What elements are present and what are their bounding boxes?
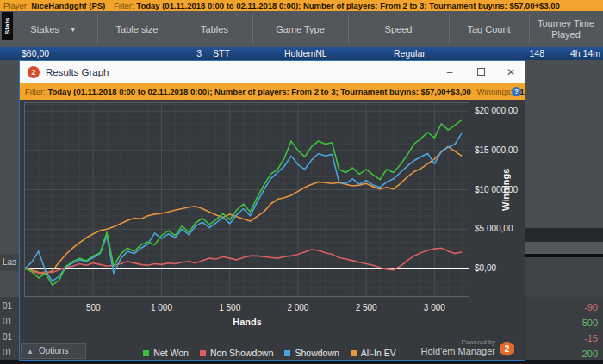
- column-header-tourney-time[interactable]: Tourney Time Played: [530, 11, 602, 47]
- column-header-tables[interactable]: Tables: [177, 11, 252, 47]
- legend-item-non-showdown[interactable]: Non Showdown: [200, 346, 274, 360]
- header-separator: [529, 15, 530, 44]
- x-tick-label: 2 500: [347, 303, 385, 312]
- all-in-ev-swatch-icon: [351, 350, 357, 356]
- y-tick-label: $20 000,00: [475, 106, 535, 115]
- player-filter-bar: Player: NiceHandgghf (PS) Filter: Today …: [0, 0, 603, 11]
- x-tick-label: 1 500: [211, 303, 249, 312]
- cell-time-played: 4h 14m: [560, 47, 600, 60]
- last-column-header[interactable]: Las: [0, 254, 19, 271]
- x-tick-label: 1 000: [142, 303, 180, 312]
- chevron-up-icon: ▲: [27, 348, 34, 355]
- background-right-strip: Net Won -90 500 -15 200: [525, 60, 603, 360]
- y-tick-label: $0,00: [475, 263, 535, 273]
- toolbar-band: [525, 228, 603, 242]
- minimize-button[interactable]: –: [438, 61, 461, 83]
- dialog-filter-bar: Filter: Today (01.11.2018 0:00 to 02.11.…: [20, 83, 525, 100]
- showdown-swatch-icon: [284, 350, 290, 356]
- filter-label: Filter:: [114, 1, 134, 10]
- x-tick-label: 2 000: [279, 303, 317, 312]
- cell-speed: Regular: [394, 47, 426, 60]
- column-header-game-type[interactable]: Game Type: [253, 11, 347, 47]
- dialog-title: Results Graph: [46, 61, 109, 83]
- cell-tag-count: 148: [515, 47, 544, 60]
- column-header-table-size[interactable]: Table size: [98, 11, 176, 47]
- legend-item-showdown[interactable]: Showdown: [284, 346, 339, 360]
- net-won-value[interactable]: 500: [529, 318, 598, 328]
- filter-text: Today (01.11.2018 0:00 to 02.11.2018 0:0…: [136, 1, 559, 10]
- plot-svg: [25, 103, 469, 296]
- options-button[interactable]: ▲Options: [21, 343, 86, 359]
- header-separator: [449, 15, 450, 44]
- results-table-header: Net Won: [525, 257, 603, 297]
- net-won-value[interactable]: -15: [529, 333, 598, 343]
- cell-type: STT: [213, 47, 230, 60]
- y-axis-title: Winnings: [499, 151, 513, 228]
- winnings-label: Winnings:: [477, 87, 513, 96]
- player-name: NiceHandgghf (PS): [31, 1, 105, 10]
- dialog-titlebar[interactable]: 2 Results Graph – ✕: [20, 61, 525, 83]
- maximize-icon: [477, 68, 485, 76]
- header-separator: [177, 15, 177, 44]
- column-header-speed[interactable]: Speed: [349, 11, 448, 47]
- player-label: Player:: [3, 1, 29, 10]
- stats-table-row[interactable]: $60,00 3 STT HoldemNL Regular 148 4h 14m: [0, 47, 603, 60]
- legend-item-net-won[interactable]: Net Won: [143, 346, 189, 360]
- results-chart: [24, 102, 469, 297]
- date-cell: 01: [3, 348, 12, 357]
- net-won-value[interactable]: -90: [529, 302, 598, 312]
- net-won-value[interactable]: 200: [529, 349, 598, 359]
- background-left-strip: Las 01 01 01 01: [0, 60, 19, 360]
- cell-stakes: $60,00: [22, 47, 49, 60]
- hm2-logo-icon: 2: [500, 342, 514, 356]
- options-label: Options: [39, 346, 68, 355]
- filter-label: Filter:: [25, 87, 46, 96]
- x-axis-title: Hands: [221, 317, 274, 327]
- column-header-tag-count[interactable]: Tag Count: [450, 11, 528, 47]
- cell-tables: 3: [191, 47, 202, 60]
- close-button[interactable]: ✕: [500, 61, 522, 83]
- chevron-down-icon[interactable]: ▼: [70, 24, 77, 35]
- left-rows-area: 01 01 01 01: [0, 297, 19, 360]
- results-graph-dialog: 2 Results Graph – ✕ Filter: Today (01.11…: [19, 60, 525, 361]
- header-separator: [97, 15, 98, 44]
- filter-text: Today (01.11.2018 0:00 to 02.11.2018 0:0…: [47, 87, 470, 96]
- header-separator: [348, 15, 349, 44]
- stats-tab[interactable]: Stats: [2, 12, 13, 40]
- non-showdown-swatch-icon: [200, 350, 206, 356]
- header-separator: [252, 15, 253, 44]
- maximize-button[interactable]: [469, 61, 492, 83]
- x-tick-label: 500: [74, 303, 112, 312]
- date-cell: 01: [3, 332, 12, 342]
- hm2-app-icon: 2: [28, 66, 40, 78]
- date-cell: 01: [3, 301, 12, 311]
- help-icon[interactable]: ?: [512, 87, 521, 96]
- results-table-rows: -90 500 -15 200: [525, 297, 603, 360]
- x-tick-label: 3 000: [415, 303, 453, 312]
- toolbar-band: [525, 242, 603, 254]
- net-won-swatch-icon: [143, 350, 149, 356]
- powered-by-label: Powered by: [388, 338, 495, 346]
- column-header-stakes[interactable]: Stakes ▼: [16, 11, 91, 47]
- app-window: Player: NiceHandgghf (PS) Filter: Today …: [0, 0, 603, 364]
- brand-name: Hold'em Manager: [362, 346, 495, 356]
- cell-game-type: HoldemNL: [284, 47, 327, 60]
- date-cell: 01: [3, 317, 12, 326]
